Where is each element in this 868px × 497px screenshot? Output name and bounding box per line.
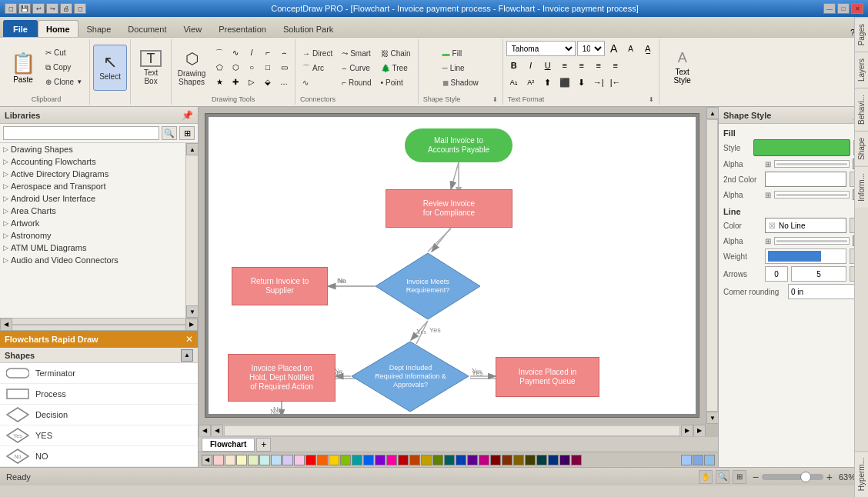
textbox-button[interactable]: T TextBox <box>134 45 168 91</box>
weight-slider[interactable] <box>765 248 846 264</box>
palette-color-21[interactable] <box>444 455 455 465</box>
text-format-expand-icon[interactable]: ⬇ <box>649 96 654 103</box>
palette-color-22[interactable] <box>456 455 466 465</box>
lib-scroll-up[interactable]: ▲ <box>186 143 198 155</box>
tool-line2[interactable]: ⌐ <box>260 46 275 60</box>
hscroll-page-left[interactable]: ◀ <box>211 425 223 437</box>
palette-color-30[interactable] <box>548 455 559 465</box>
lib-item-area-charts[interactable]: ▷ Area Charts <box>0 205 185 217</box>
canvas-white-area[interactable]: No Yes No Yes No Yes <box>205 113 699 418</box>
tool-rect[interactable]: □ <box>260 61 275 75</box>
palette-color-27[interactable] <box>513 455 524 465</box>
palette-color-7[interactable] <box>282 455 293 465</box>
connector-curve[interactable]: ⌢ Curve <box>338 62 375 75</box>
no-line-box[interactable]: ☒ No Line <box>765 218 846 233</box>
hscroll-page-right[interactable]: ▶ <box>681 425 693 437</box>
tab-shape[interactable]: Shape <box>78 20 120 37</box>
lib-item-accounting[interactable]: ▷ Accounting Flowcharts <box>0 155 185 168</box>
tab-document[interactable]: Document <box>119 20 175 37</box>
lib-item-drawing-shapes[interactable]: ▷ Drawing Shapes <box>0 143 185 155</box>
palette-color-17[interactable] <box>398 455 409 465</box>
underline-button[interactable]: U <box>540 58 556 73</box>
search-input[interactable] <box>3 126 159 140</box>
palette-color-18[interactable] <box>409 455 420 465</box>
valign-bot-btn[interactable]: ⬇ <box>574 75 589 90</box>
flowcharts-header[interactable]: Flowcharts Rapid Draw ✕ <box>0 331 198 348</box>
quick-access-1[interactable]: 💾 <box>18 3 31 14</box>
corner-input[interactable]: 0 in ▲ ▼ <box>788 284 863 299</box>
lib-hscroll-track[interactable] <box>12 324 185 325</box>
side-tab-shape[interactable]: Shape <box>855 131 868 166</box>
align-left-btn[interactable]: ≡ <box>557 58 573 73</box>
palette-color-1[interactable] <box>213 455 224 465</box>
palette-color-8[interactable] <box>294 455 305 465</box>
palette-color-6[interactable] <box>271 455 282 465</box>
zoom-plus-btn[interactable]: + <box>826 471 833 483</box>
hscroll-right[interactable]: ▶ <box>693 425 706 437</box>
palette-color-2[interactable] <box>225 455 235 465</box>
tool-cylinder[interactable]: ⬙ <box>260 75 275 89</box>
tab-solution-park[interactable]: Solution Park <box>275 20 342 37</box>
tab-view[interactable]: View <box>175 20 210 37</box>
font-sub-btn[interactable]: A₁ <box>506 75 522 90</box>
tool-poly1[interactable]: ⬠ <box>212 61 227 75</box>
tool-ellipse[interactable]: ○ <box>244 61 259 75</box>
palette-color-5[interactable] <box>259 455 270 465</box>
tool-more[interactable]: … <box>276 75 292 89</box>
line-alpha-slider[interactable] <box>774 237 850 245</box>
close-btn[interactable]: ✕ <box>851 3 863 14</box>
zoom-thumb[interactable] <box>800 472 811 482</box>
align-right-btn[interactable]: ≡ <box>591 58 606 73</box>
shape-dept-included[interactable]: Dept IncludedRequired Information &Appro… <box>351 340 470 413</box>
connector-round[interactable]: ⌐ Round <box>338 76 375 90</box>
palette-color-23[interactable] <box>467 455 478 465</box>
shape-no[interactable]: No NO <box>0 446 198 467</box>
lib-scroll-track[interactable] <box>186 155 198 305</box>
tab-home[interactable]: Home <box>38 20 78 37</box>
connector-smart[interactable]: ⤳ Smart <box>338 47 375 61</box>
hscroll-track[interactable] <box>224 425 680 436</box>
page-tab-add[interactable]: + <box>256 438 271 452</box>
shape-yes[interactable]: Yes YES <box>0 425 198 446</box>
connector-bezier[interactable]: ∿ <box>299 76 336 90</box>
side-tab-hyperm[interactable]: Hyperm... <box>855 451 868 467</box>
font-family-select[interactable]: Tahoma <box>506 41 576 56</box>
lib-hscroll-left[interactable]: ◀ <box>0 319 12 331</box>
quick-access-3[interactable]: ↪ <box>46 3 58 14</box>
tab-file[interactable]: File <box>3 20 38 37</box>
line-button[interactable]: ─ Line <box>439 62 482 75</box>
tool-round[interactable]: ▭ <box>276 61 292 75</box>
valign-top-btn[interactable]: ⬆ <box>540 75 556 90</box>
font-color-btn[interactable]: A̲ <box>640 41 656 56</box>
palette-color-24[interactable] <box>479 455 489 465</box>
connector-point[interactable]: • Point <box>377 76 415 90</box>
palette-color-3[interactable] <box>236 455 247 465</box>
vscroll-track[interactable] <box>706 119 718 412</box>
shape-payment-queue[interactable]: Invoice Placed inPayment Queue <box>496 357 599 397</box>
align-center-btn[interactable]: ≡ <box>574 58 589 73</box>
lib-hscroll-right[interactable]: ▶ <box>185 319 198 331</box>
lib-item-active-directory[interactable]: ▷ Active Directory Diagrams <box>0 168 185 180</box>
lib-item-atm-uml[interactable]: ▷ ATM UML Diagrams <box>0 242 185 254</box>
connector-direct[interactable]: → Direct <box>299 47 336 61</box>
palette-color-13[interactable] <box>352 455 362 465</box>
palette-color-blue-light[interactable] <box>681 455 692 465</box>
palette-color-14[interactable] <box>363 455 374 465</box>
drawing-shapes-button[interactable]: ⬡ DrawingShapes <box>175 45 209 91</box>
palette-color-32[interactable] <box>571 455 582 465</box>
shape-return-invoice[interactable]: Return Invoice toSupplier <box>232 267 328 305</box>
font-sup-btn[interactable]: A² <box>523 75 539 90</box>
search-button[interactable]: 🔍 <box>162 126 177 140</box>
tool-curve1[interactable]: ⌢ <box>276 46 292 60</box>
palette-color-12[interactable] <box>340 455 351 465</box>
font-increase-btn[interactable]: A <box>606 41 622 56</box>
italic-button[interactable]: I <box>523 58 539 73</box>
lib-item-aerospace[interactable]: ▷ Aerospace and Transport <box>0 180 185 192</box>
align-justify-btn[interactable]: ≡ <box>608 58 623 73</box>
palette-color-29[interactable] <box>536 455 547 465</box>
side-tab-inform[interactable]: Inform... <box>855 166 868 208</box>
page-tab-flowchart[interactable]: Flowchart <box>202 438 255 452</box>
font-size-select[interactable]: 10 <box>577 41 605 56</box>
palette-color-4[interactable] <box>248 455 259 465</box>
arrows-right-box[interactable]: 5 <box>791 266 846 282</box>
